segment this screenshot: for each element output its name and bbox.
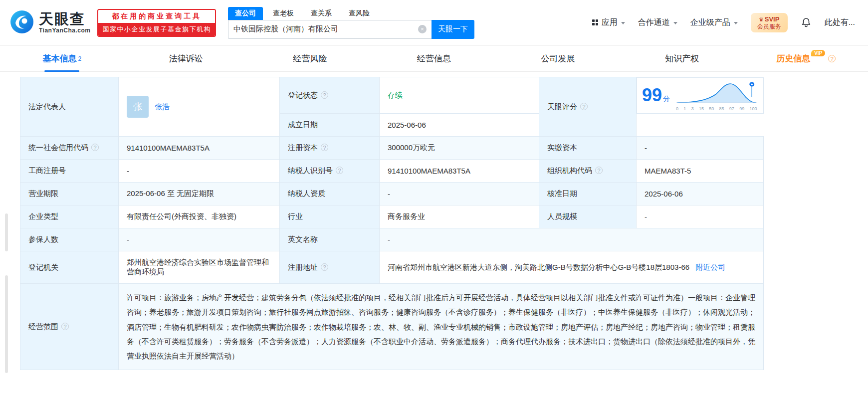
brand-name: 天眼查 [39,11,90,26]
help-icon[interactable] [91,144,99,151]
header-right-nav: 应用 合作通道 企业级产品 SVIP 会员服务 此处有... [592,13,855,33]
score-axis: 0131550859799100 [675,106,758,111]
apps-grid-icon [592,19,598,25]
help-icon[interactable] [580,103,588,110]
score-unit: 分 [663,95,670,103]
slogan-line1: 都在用的商业查询工具 [98,10,215,23]
search-input[interactable] [233,25,418,33]
search-block: 查公司 查老板 查关系 查风险 天眼一下 [228,7,474,39]
chevron-down-icon [621,22,625,24]
label-tianyan-score: 天眼评分 [539,77,637,137]
crown-icon [759,15,765,23]
tab-operation-info[interactable]: 经营信息 [372,46,496,71]
search-tab-boss[interactable]: 查老板 [266,7,301,20]
label-insured-count: 参保人数 [20,228,119,251]
search-tab-company[interactable]: 查公司 [228,7,263,20]
score-distribution-chart: 0131550859799100 [675,80,758,111]
value-legal-representative: 张 张浩 [119,77,280,137]
tab-operation-risk-label: 经营风险 [293,53,327,64]
company-info-table: 法定代表人 张 张浩 登记状态 存续 天眼评分 99分 [20,77,764,370]
svip-sublabel: 会员服务 [757,23,781,30]
chevron-down-icon [673,22,677,24]
tab-intellectual-property[interactable]: 知识产权 [620,46,744,71]
search-input-wrap [228,20,432,39]
tab-basic-info-count: 2 [78,55,81,62]
value-credit-code: 91410100MAEMA83T5A [119,137,280,160]
tab-basic-info-label: 基本信息 [42,53,76,64]
value-staff-size: - [637,205,764,228]
tianyancha-logo[interactable]: 天眼查 TianYanCha.com [9,9,90,37]
label-paid-capital: 实缴资本 [539,137,637,160]
tab-company-development[interactable]: 公司发展 [496,46,620,71]
value-paid-capital: - [637,137,764,160]
chevron-down-icon [734,22,738,24]
nav-apps-label: 应用 [602,17,618,28]
tab-operation-info-label: 经营信息 [417,53,451,64]
value-english-name: - [380,228,764,251]
legal-rep-name-link[interactable]: 张浩 [155,102,170,112]
clear-search-icon[interactable] [418,25,427,33]
label-industry: 行业 [280,205,380,228]
search-tab-risk[interactable]: 查风险 [342,7,377,20]
label-credit-code: 统一社会信用代码 [20,137,119,160]
nearby-companies-link[interactable]: 附近公司 [695,263,725,271]
header-more-text[interactable]: 此处有... [825,17,855,28]
nav-cooperation-label: 合作通道 [638,17,670,28]
value-business-scope: 许可项目：旅游业务；房地产开发经营；建筑劳务分包（依法须经批准的项目，经相关部门… [119,284,764,370]
label-registration-status: 登记状态 [280,77,380,114]
nav-enterprise-products-label: 企业级产品 [690,17,730,28]
label-business-scope: 经营范围 [20,284,119,370]
search-tab-relation[interactable]: 查关系 [304,7,339,20]
notification-bell-icon[interactable] [801,17,812,28]
help-icon[interactable] [321,91,328,99]
left-scroll-indicator [5,213,8,251]
value-registration-authority: 郑州航空港经济综合实验区市场监督管理和营商环境局 [119,251,280,284]
tab-operation-risk[interactable]: 经营风险 [248,46,372,71]
value-registration-status: 存续 [380,77,539,114]
value-registered-capital: 300000万欧元 [380,137,539,160]
label-taxpayer-id: 纳税人识别号 [280,160,380,183]
svip-label: SVIP [765,15,780,23]
value-industry: 商务服务业 [380,205,539,228]
svip-member-badge[interactable]: SVIP 会员服务 [751,13,788,33]
value-business-term: 2025-06-06 至 无固定期限 [119,183,280,205]
help-icon[interactable] [321,263,328,271]
help-icon[interactable] [61,323,69,330]
label-registration-number: 工商注册号 [20,160,119,183]
label-legal-representative: 法定代表人 [20,77,119,137]
nav-apps[interactable]: 应用 [592,17,625,28]
legal-rep-avatar[interactable]: 张 [127,96,149,118]
tab-intellectual-property-label: 知识产权 [665,53,699,64]
help-icon[interactable] [828,55,836,62]
label-registration-authority: 登记机关 [20,251,119,284]
tab-history-info[interactable]: 历史信息 VIP [744,46,868,71]
label-staff-size: 人员规模 [539,205,637,228]
value-taxpayer-id: 91410100MAEMA83T5A [380,160,539,183]
brand-domain: TianYanCha.com [39,27,90,34]
value-establish-date: 2025-06-06 [380,114,539,137]
label-company-type: 企业类型 [20,205,119,228]
nav-cooperation[interactable]: 合作通道 [638,17,677,28]
vip-tag: VIP [811,50,825,56]
nav-enterprise-products[interactable]: 企业级产品 [690,17,738,28]
help-icon[interactable] [321,144,328,151]
tab-legal-litigation-label: 法律诉讼 [169,53,203,64]
tab-legal-litigation[interactable]: 法律诉讼 [124,46,248,71]
tab-history-info-label: 历史信息 [776,53,810,64]
help-icon[interactable] [595,167,603,174]
score-number: 99 [642,85,662,105]
label-english-name: 英文名称 [280,228,380,251]
value-approval-date: 2025-06-06 [637,183,764,205]
value-tianyan-score: 99分 0131550859799100 [637,77,764,114]
value-taxpayer-quality: - [380,183,539,205]
search-button[interactable]: 天眼一下 [432,20,474,39]
slogan-line2: 国家中小企业发展子基金旗下机构 [98,23,215,36]
company-tabbar: 基本信息 2 法律诉讼 经营风险 经营信息 公司发展 知识产权 历史信息 VIP [0,46,868,72]
help-icon[interactable] [336,167,343,174]
label-approval-date: 核准日期 [539,183,637,205]
tab-basic-info[interactable]: 基本信息 2 [0,46,124,71]
value-org-code: MAEMA83T-5 [637,160,764,183]
left-scroll-indicator [5,275,8,373]
top-header: 天眼查 TianYanCha.com 都在用的商业查询工具 国家中小企业发展子基… [0,0,868,46]
label-business-term: 营业期限 [20,183,119,205]
